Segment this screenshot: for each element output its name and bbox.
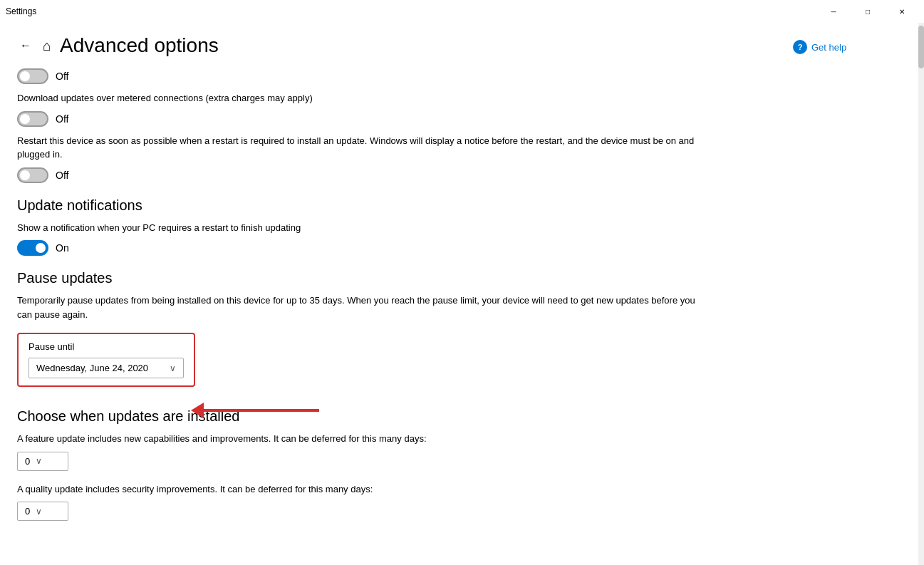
page-title: Advanced options xyxy=(60,34,219,57)
date-dropdown[interactable]: Wednesday, June 24, 2020 ∨ xyxy=(28,358,184,378)
toggle-2[interactable] xyxy=(17,111,48,127)
pause-until-container: Pause until Wednesday, June 24, 2020 ∨ xyxy=(17,333,195,387)
toggle-3-label: Off xyxy=(56,170,68,181)
scrollbar-track xyxy=(918,23,924,565)
toggle-3-thumb xyxy=(20,170,30,180)
update-notifications-description: Show a notification when your PC require… xyxy=(17,221,701,235)
content-area: ← ⌂ Advanced options Off Download update… xyxy=(0,23,782,565)
feature-update-days-value: 0 xyxy=(25,456,30,467)
quality-chevron-down-icon: ∨ xyxy=(36,507,42,517)
back-button[interactable]: ← xyxy=(17,36,34,55)
title-bar-controls: ─ □ ✕ xyxy=(817,0,918,23)
toggle-1[interactable] xyxy=(17,68,48,84)
get-help-link[interactable]: ? Get help xyxy=(793,40,846,54)
maximize-button[interactable]: □ xyxy=(851,0,884,23)
minimize-button[interactable]: ─ xyxy=(817,0,850,23)
quality-update-description: A quality update includes security impro… xyxy=(17,482,701,497)
toggle-row-3: Off xyxy=(17,167,764,183)
title-bar-left: Settings xyxy=(6,6,817,16)
home-icon: ⌂ xyxy=(43,38,51,54)
chevron-down-icon: ∨ xyxy=(170,363,176,373)
page-header: ← ⌂ Advanced options xyxy=(0,23,782,63)
toggle-3-description: Restart this device as soon as possible … xyxy=(17,134,701,162)
help-icon: ? xyxy=(793,40,807,54)
get-help-label: Get help xyxy=(811,42,846,53)
pause-updates-description: Temporarily pause updates from being ins… xyxy=(17,294,701,321)
toggle-row-4: On xyxy=(17,240,764,256)
feature-update-days-dropdown[interactable]: 0 ∨ xyxy=(17,452,68,471)
toggle-row-1: Off xyxy=(17,68,764,84)
toggle-2-thumb xyxy=(20,114,30,124)
feature-chevron-down-icon: ∨ xyxy=(36,456,42,466)
toggle-1-label: Off xyxy=(56,71,68,82)
date-dropdown-value: Wednesday, June 24, 2020 xyxy=(36,363,148,373)
toggle-3[interactable] xyxy=(17,167,48,183)
toggle-4-label: On xyxy=(56,242,69,254)
toggle-3-track xyxy=(17,167,48,183)
toggle-1-track xyxy=(17,68,48,84)
content-inner: Off Download updates over metered connec… xyxy=(0,68,782,521)
choose-when-heading: Choose when updates are installed xyxy=(17,408,764,425)
update-notifications-heading: Update notifications xyxy=(17,197,764,214)
toggle-2-description: Download updates over metered connection… xyxy=(17,91,701,105)
title-bar-title: Settings xyxy=(6,6,36,16)
toggle-row-2: Off xyxy=(17,111,764,127)
quality-update-days-dropdown[interactable]: 0 ∨ xyxy=(17,502,68,521)
pause-updates-heading: Pause updates xyxy=(17,270,764,286)
toggle-4-thumb xyxy=(36,243,46,253)
toggle-2-label: Off xyxy=(56,113,68,125)
scrollbar-thumb[interactable] xyxy=(918,26,924,68)
toggle-4[interactable] xyxy=(17,240,48,256)
right-sidebar: ? Get help xyxy=(782,23,924,565)
close-button[interactable]: ✕ xyxy=(886,0,918,23)
quality-update-days-value: 0 xyxy=(25,506,30,517)
pause-until-wrapper: Pause until Wednesday, June 24, 2020 ∨ xyxy=(17,326,195,394)
main-container: ← ⌂ Advanced options Off Download update… xyxy=(0,23,924,565)
toggle-4-track xyxy=(17,240,48,256)
title-bar: Settings ─ □ ✕ xyxy=(0,0,924,23)
pause-until-label: Pause until xyxy=(28,341,184,352)
toggle-1-thumb xyxy=(20,71,30,81)
toggle-2-track xyxy=(17,111,48,127)
feature-update-description: A feature update includes new capabiliti… xyxy=(17,432,701,446)
